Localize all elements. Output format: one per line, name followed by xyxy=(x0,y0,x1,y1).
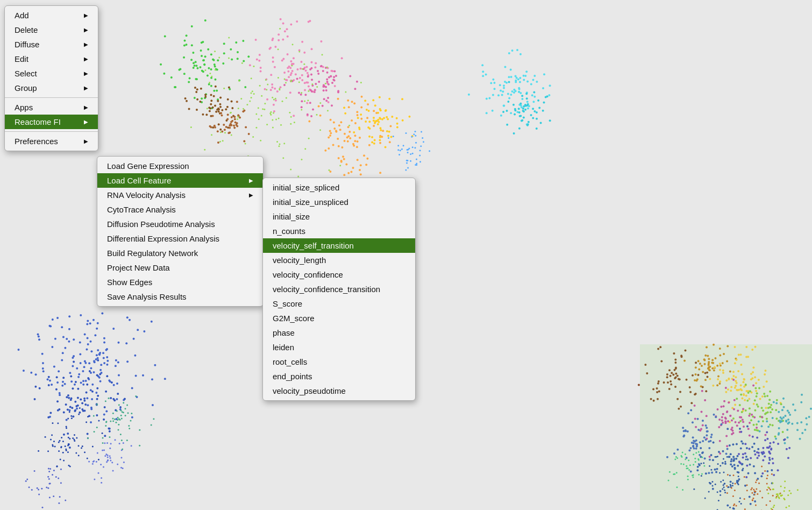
menu-item-velocity-pseudotime[interactable]: velocity_pseudotime xyxy=(263,384,415,398)
menu-item-label-n-counts: n_counts xyxy=(273,226,405,236)
menu-item-label-diffusion-pseudotime: Diffusion Pseudotime Analysis xyxy=(107,219,253,229)
menu-item-velocity-length[interactable]: velocity_length xyxy=(263,253,415,267)
menu-item-label-diffuse: Diffuse xyxy=(15,40,73,49)
menu-item-s-score[interactable]: S_score xyxy=(263,296,415,311)
menu-item-delete[interactable]: Delete▶ xyxy=(5,23,98,37)
submenu-arrow-icon: ▶ xyxy=(84,85,88,91)
menu-item-diffusion-pseudotime[interactable]: Diffusion Pseudotime Analysis xyxy=(97,217,263,231)
menu-item-initial-size[interactable]: initial_size xyxy=(263,209,415,224)
menu-item-build-regulatory[interactable]: Build Regulatory Network xyxy=(97,246,263,260)
menu-item-g2m-score[interactable]: G2M_score xyxy=(263,311,415,325)
menu-item-label-cytotrace-analysis: CytoTrace Analysis xyxy=(107,205,253,214)
submenu-arrow-icon: ▶ xyxy=(84,27,88,33)
menu-separator xyxy=(5,131,98,132)
menu-item-apps[interactable]: Apps▶ xyxy=(5,100,98,115)
menu-item-show-edges[interactable]: Show Edges xyxy=(97,275,263,289)
menu-item-velocity-confidence-transition[interactable]: velocity_confidence_transition xyxy=(263,282,415,296)
context-menu-level3[interactable]: initial_size_splicedinitial_size_unsplic… xyxy=(262,178,416,401)
menu-item-add[interactable]: Add▶ xyxy=(5,8,98,23)
submenu-arrow-icon: ▶ xyxy=(84,56,88,62)
menu-item-initial-size-unspliced[interactable]: initial_size_unspliced xyxy=(263,195,415,209)
menu-item-label-g2m-score: G2M_score xyxy=(273,314,405,323)
submenu-arrow-icon: ▶ xyxy=(84,70,88,76)
menu-item-label-velocity-self-transition: velocity_self_transition xyxy=(273,241,405,250)
menu-item-phase[interactable]: phase xyxy=(263,325,415,340)
menu-item-velocity-confidence[interactable]: velocity_confidence xyxy=(263,267,415,282)
submenu-arrow-icon: ▶ xyxy=(84,41,88,47)
menu-item-label-leiden: leiden xyxy=(273,343,405,352)
menu-item-label-velocity-confidence-transition: velocity_confidence_transition xyxy=(273,285,405,294)
menu-item-label-load-cell-feature: Load Cell Feature xyxy=(107,176,238,185)
menu-item-label-edit: Edit xyxy=(15,54,73,63)
submenu-arrow-icon: ▶ xyxy=(84,119,88,125)
menu-item-load-gene-expression[interactable]: Load Gene Expression xyxy=(97,159,263,173)
menu-item-save-analysis[interactable]: Save Analysis Results xyxy=(97,289,263,304)
menu-item-label-build-regulatory: Build Regulatory Network xyxy=(107,249,253,258)
menu-item-label-initial-size-spliced: initial_size_spliced xyxy=(273,183,405,192)
menu-item-select[interactable]: Select▶ xyxy=(5,66,98,81)
menu-item-label-differential-expression: Differential Expression Analysis xyxy=(107,234,253,243)
menu-item-preferences[interactable]: Preferences▶ xyxy=(5,134,98,148)
submenu-arrow-icon: ▶ xyxy=(249,178,253,183)
menu-item-end-points[interactable]: end_points xyxy=(263,369,415,384)
menu-item-label-end-points: end_points xyxy=(273,372,405,381)
menu-separator xyxy=(5,97,98,98)
menu-item-label-select: Select xyxy=(15,69,73,78)
menu-item-group[interactable]: Group▶ xyxy=(5,81,98,95)
menu-item-n-counts[interactable]: n_counts xyxy=(263,224,415,238)
menu-item-diffuse[interactable]: Diffuse▶ xyxy=(5,37,98,52)
submenu-arrow-icon: ▶ xyxy=(249,192,253,198)
menu-item-label-velocity-confidence: velocity_confidence xyxy=(273,270,405,279)
menu-item-root-cells[interactable]: root_cells xyxy=(263,355,415,369)
menu-item-label-preferences: Preferences xyxy=(15,137,73,146)
submenu-arrow-icon: ▶ xyxy=(84,104,88,110)
submenu-arrow-icon: ▶ xyxy=(84,12,88,18)
menu-item-leiden[interactable]: leiden xyxy=(263,340,415,355)
menu-item-label-save-analysis: Save Analysis Results xyxy=(107,292,253,301)
context-menu-level1[interactable]: Add▶Delete▶Diffuse▶Edit▶Select▶Group▶App… xyxy=(4,5,98,151)
menu-item-label-delete: Delete xyxy=(15,25,73,34)
menu-item-label-s-score: S_score xyxy=(273,299,405,308)
menu-item-label-show-edges: Show Edges xyxy=(107,278,253,287)
menu-item-label-reactome-fi: Reactome FI xyxy=(15,117,73,126)
menu-item-label-velocity-pseudotime: velocity_pseudotime xyxy=(273,386,405,395)
menu-item-label-project-new-data: Project New Data xyxy=(107,263,253,272)
menu-item-load-cell-feature[interactable]: Load Cell Feature▶ xyxy=(97,173,263,188)
context-menu-level2[interactable]: Load Gene ExpressionLoad Cell Feature▶RN… xyxy=(97,156,263,307)
menu-item-label-group: Group xyxy=(15,83,73,93)
menu-item-label-add: Add xyxy=(15,11,73,20)
menu-item-label-velocity-length: velocity_length xyxy=(273,256,405,265)
menu-item-rna-velocity-analysis[interactable]: RNA Velocity Analysis▶ xyxy=(97,188,263,202)
menu-item-reactome-fi[interactable]: Reactome FI▶ xyxy=(5,115,98,129)
menu-item-velocity-self-transition[interactable]: velocity_self_transition xyxy=(263,238,415,253)
menu-item-label-root-cells: root_cells xyxy=(273,357,405,366)
menu-item-label-phase: phase xyxy=(273,328,405,337)
menu-item-label-load-gene-expression: Load Gene Expression xyxy=(107,161,253,171)
menu-item-cytotrace-analysis[interactable]: CytoTrace Analysis xyxy=(97,202,263,217)
menu-item-label-apps: Apps xyxy=(15,103,73,112)
menu-item-initial-size-spliced[interactable]: initial_size_spliced xyxy=(263,180,415,195)
menu-item-label-initial-size: initial_size xyxy=(273,212,405,221)
menu-item-label-rna-velocity-analysis: RNA Velocity Analysis xyxy=(107,190,238,200)
menu-item-project-new-data[interactable]: Project New Data xyxy=(97,260,263,275)
menu-item-differential-expression[interactable]: Differential Expression Analysis xyxy=(97,231,263,246)
menu-item-label-initial-size-unspliced: initial_size_unspliced xyxy=(273,197,405,207)
submenu-arrow-icon: ▶ xyxy=(84,138,88,144)
menu-item-edit[interactable]: Edit▶ xyxy=(5,52,98,66)
